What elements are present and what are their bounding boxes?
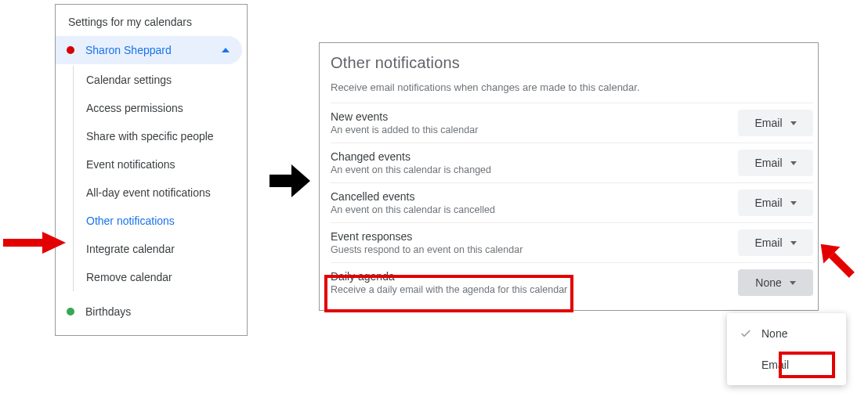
notif-title: Event responses <box>331 230 523 243</box>
chevron-down-icon <box>790 241 797 245</box>
select-changed-events[interactable]: Email <box>738 150 813 176</box>
calendar-color-dot <box>67 308 74 316</box>
page-title: Other notifications <box>331 54 813 72</box>
notif-title: Changed events <box>331 150 491 163</box>
chevron-down-icon <box>790 281 796 285</box>
select-event-responses[interactable]: Email <box>738 229 813 256</box>
svg-rect-4 <box>269 175 291 187</box>
notif-subtitle: Guests respond to an event on this calen… <box>331 244 523 255</box>
page-description: Receive email notifications when changes… <box>331 81 813 93</box>
menu-item-none[interactable]: None <box>727 318 846 349</box>
calendar-color-dot <box>67 46 74 54</box>
annotation-arrow-icon <box>813 236 865 288</box>
sidebar-subnav: Calendar settings Access permissions Sha… <box>73 66 247 291</box>
notif-row-daily-agenda: Daily agenda Receive a daily email with … <box>331 262 813 302</box>
menu-item-email[interactable]: Email <box>727 349 846 381</box>
chevron-down-icon <box>790 161 797 165</box>
notif-row-event-responses: Event responses Guests respond to an eve… <box>331 222 813 262</box>
sidebar-item-share[interactable]: Share with specific people <box>74 122 247 150</box>
chevron-up-icon <box>222 48 230 52</box>
sidebar-heading: Settings for my calendars <box>56 11 247 36</box>
settings-sidebar: Settings for my calendars Sharon Sheppar… <box>55 4 248 336</box>
svg-rect-0 <box>3 239 42 247</box>
select-value: None <box>755 276 781 289</box>
select-new-events[interactable]: Email <box>738 110 813 136</box>
select-value: Email <box>754 157 782 169</box>
check-icon <box>738 327 754 340</box>
select-cancelled-events[interactable]: Email <box>738 189 813 216</box>
select-value: Email <box>754 236 782 249</box>
sidebar-item-calendar-settings[interactable]: Calendar settings <box>74 66 247 94</box>
other-notifications-panel: Other notifications Receive email notifi… <box>319 42 819 311</box>
annotation-arrow-icon <box>269 164 310 197</box>
notif-subtitle: An event on this calendar is cancelled <box>331 204 495 215</box>
menu-item-label: Email <box>761 359 789 371</box>
select-value: Email <box>754 197 782 209</box>
svg-rect-2 <box>829 252 855 278</box>
notif-subtitle: An event is added to this calendar <box>331 124 478 135</box>
chevron-down-icon <box>790 201 797 205</box>
calendar-name: Sharon Sheppard <box>85 44 172 56</box>
notif-title: New events <box>331 110 478 123</box>
select-daily-agenda[interactable]: None <box>738 269 813 296</box>
notif-title: Daily agenda <box>331 270 567 283</box>
notif-subtitle: Receive a daily email with the agenda fo… <box>331 284 567 295</box>
dropdown-menu: None Email <box>727 313 846 385</box>
notif-row-changed-events: Changed events An event on this calendar… <box>331 142 813 182</box>
sidebar-item-event-notifications[interactable]: Event notifications <box>74 150 247 179</box>
svg-marker-5 <box>291 164 310 197</box>
sidebar-item-allday-notifications[interactable]: All-day event notifications <box>74 179 247 207</box>
sidebar-item-access-permissions[interactable]: Access permissions <box>74 94 247 122</box>
calendar-row-birthdays[interactable]: Birthdays <box>56 298 242 326</box>
calendar-row-sharon[interactable]: Sharon Sheppard <box>56 36 242 64</box>
sidebar-item-integrate[interactable]: Integrate calendar <box>74 235 247 263</box>
notif-subtitle: An event on this calendar is changed <box>331 164 491 175</box>
sidebar-item-remove[interactable]: Remove calendar <box>74 263 247 291</box>
chevron-down-icon <box>790 121 797 125</box>
sidebar-item-other-notifications[interactable]: Other notifications <box>74 207 247 235</box>
calendar-name: Birthdays <box>85 305 131 318</box>
notif-row-cancelled-events: Cancelled events An event on this calend… <box>331 182 813 222</box>
menu-item-label: None <box>761 327 787 340</box>
notif-title: Cancelled events <box>331 190 495 203</box>
notif-row-new-events: New events An event is added to this cal… <box>331 103 813 142</box>
select-value: Email <box>754 117 782 129</box>
